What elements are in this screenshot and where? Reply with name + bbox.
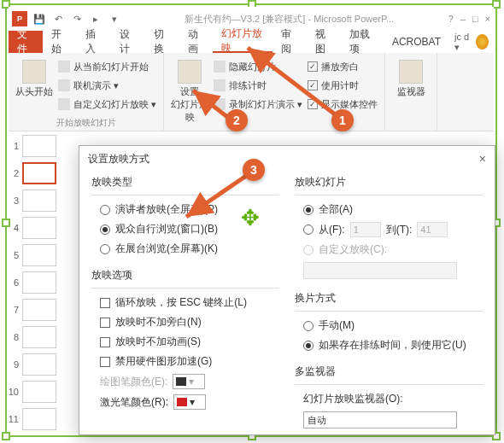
to-label: 到(T): [386, 223, 413, 237]
slide-thumb[interactable]: 2 [7, 162, 67, 184]
radio-from[interactable]: 从(F): [303, 223, 345, 237]
radio-browsed[interactable]: 观众自行浏览(窗口)(B) [100, 222, 276, 236]
custom-show-icon [58, 98, 70, 110]
dialog-close-button[interactable]: × [479, 152, 486, 166]
from-spinner[interactable]: 1 [350, 222, 381, 237]
fieldset-title: 多监视器 [295, 364, 483, 379]
check-nonarr[interactable]: 放映时不加旁白(N) [100, 315, 276, 329]
custom-show-button[interactable]: 自定义幻灯片放映 ▾ [58, 96, 156, 113]
laser-color-row: 激光笔颜色(R): ▾ [100, 394, 276, 410]
tab-acrobat[interactable]: ACROBAT [384, 31, 449, 53]
radio-timed[interactable]: 如果存在排练时间，则使用它(U) [303, 338, 479, 353]
tab-review[interactable]: 审阅 [273, 31, 307, 53]
tab-slideshow[interactable]: 幻灯片放映 [213, 31, 273, 53]
present-online-icon [58, 79, 70, 91]
multimonitor-group: 多监视器 幻灯片放映监视器(O): 自动 [295, 364, 483, 434]
slide-thumb[interactable]: 7 [7, 299, 67, 321]
tab-home[interactable]: 开始 [43, 31, 77, 53]
slide-thumb[interactable]: 3 [7, 189, 67, 212]
check-hwaccel[interactable]: 禁用硬件图形加速(G) [100, 354, 276, 369]
monitor-icon [399, 60, 423, 84]
monitor-button[interactable]: 监视器 [392, 56, 430, 127]
show-type-group: 放映类型 演讲者放映(全屏幕)(P) 观众自行浏览(窗口)(B) 在展台浏览(全… [91, 175, 279, 261]
check-noanim[interactable]: 放映时不加动画(S) [100, 335, 276, 349]
group-monitors: 监视器 [385, 53, 437, 131]
setup-show-dialog: 设置放映方式 × 放映类型 演讲者放映(全屏幕)(P) 观众自行浏览(窗口)(B… [79, 145, 495, 435]
minimize-button[interactable]: – [460, 14, 466, 24]
present-online-button[interactable]: 联机演示 ▾ [58, 77, 156, 94]
help-button[interactable]: ? [448, 14, 454, 24]
show-options-group: 放映选项 循环放映，按 ESC 键终止(L) 放映时不加旁白(N) 放映时不加动… [91, 268, 279, 415]
start-icon[interactable]: ▸ [89, 12, 103, 26]
multi-label: 幻灯片放映监视器(O): [303, 392, 479, 406]
slide-thumb[interactable]: 4 [7, 217, 67, 239]
slide-thumb[interactable]: 1 [7, 135, 67, 157]
dialog-titlebar: 设置放映方式 × [79, 146, 495, 172]
tab-view[interactable]: 视图 [307, 31, 341, 53]
tab-addins[interactable]: 加载项 [341, 31, 384, 53]
advance-group: 换片方式 手动(M) 如果存在排练时间，则使用它(U) [295, 291, 483, 358]
from-current-button[interactable]: 从当前幻灯片开始 [58, 58, 156, 75]
group-label [392, 127, 430, 129]
dialog-title: 设置放映方式 [88, 152, 149, 166]
tab-file[interactable]: 文件 [9, 31, 43, 53]
play-narration-check[interactable]: ✓播放旁白 [308, 58, 378, 75]
group-start-slideshow: 从头开始 从当前幻灯片开始 联机演示 ▾ 自定义幻灯片放映 ▾ 开始放映幻灯片 [9, 53, 164, 131]
radio-manual[interactable]: 手动(M) [303, 318, 479, 333]
slide-thumb[interactable]: 8 [7, 326, 67, 348]
from-beginning-icon [22, 60, 46, 84]
fieldset-title: 放映选项 [91, 268, 279, 283]
ribbon: 从头开始 从当前幻灯片开始 联机演示 ▾ 自定义幻灯片放映 ▾ 开始放映幻灯片 … [9, 53, 494, 131]
pen-color-row: 绘图笔颜色(E): ▾ [100, 374, 276, 389]
close-button[interactable]: × [485, 14, 490, 24]
badge-1: 1 [331, 109, 354, 131]
setup-slideshow-button[interactable]: 设置 幻灯片放映 [171, 56, 208, 127]
redo-icon[interactable]: ↷ [70, 12, 84, 26]
hide-slide-button[interactable]: 隐藏幻灯片 [214, 58, 302, 75]
radio-all[interactable]: 全部(A) [303, 202, 479, 217]
user-menu[interactable]: jc d ▾ [449, 31, 494, 53]
to-spinner[interactable]: 41 [417, 222, 448, 237]
undo-icon[interactable]: ↶ [51, 12, 65, 26]
tab-transitions[interactable]: 切换 [145, 31, 179, 53]
tab-insert[interactable]: 插入 [77, 31, 111, 53]
fieldset-title: 放映幻灯片 [295, 175, 483, 189]
tab-design[interactable]: 设计 [111, 31, 145, 53]
record-icon [214, 98, 226, 110]
radio-custom: 自定义放映(C): [303, 242, 479, 257]
from-current-icon [58, 61, 70, 73]
slide-thumb[interactable]: 9 [7, 353, 67, 376]
monitor-select[interactable]: 自动 [303, 411, 457, 428]
radio-presenter[interactable]: 演讲者放映(全屏幕)(P) [100, 202, 276, 217]
laser-color-picker[interactable]: ▾ [173, 394, 206, 410]
setup-icon [178, 60, 202, 84]
badge-2: 2 [226, 109, 248, 131]
slide-thumb[interactable]: 6 [7, 271, 67, 294]
pen-color-picker[interactable]: ▾ [173, 374, 205, 389]
check-loop[interactable]: 循环放映，按 ESC 键终止(L) [100, 295, 276, 310]
slide-panel: 1 2 3 4 5 6 7 8 9 10 11 [7, 135, 67, 435]
custom-show-select [303, 262, 457, 279]
group-label: 开始放映幻灯片 [15, 115, 156, 129]
ribbon-tabs: 文件 开始 插入 设计 切换 动画 幻灯片放映 审阅 视图 加载项 ACROBA… [9, 31, 494, 53]
slide-thumb[interactable]: 10 [7, 381, 67, 403]
fieldset-title: 换片方式 [295, 291, 483, 306]
qat-more-icon[interactable]: ▾ [108, 12, 121, 26]
slide-thumb[interactable]: 11 [7, 408, 67, 430]
hide-slide-icon [214, 61, 226, 73]
badge-3: 3 [243, 159, 265, 181]
rehearse-button[interactable]: 排练计时 [214, 77, 302, 94]
maximize-button[interactable]: □ [472, 14, 478, 24]
save-icon[interactable]: 💾 [32, 12, 46, 26]
use-timings-check[interactable]: ✓使用计时 [308, 77, 378, 94]
powerpoint-icon: P [12, 11, 27, 26]
avatar-icon [476, 34, 489, 50]
show-slides-group: 放映幻灯片 全部(A) 从(F): 1 到(T): 41 自定义放映(C): [295, 175, 483, 284]
quick-access-toolbar: 💾 ↶ ↷ ▸ ▾ [32, 12, 121, 26]
slide-thumb[interactable]: 5 [7, 244, 67, 266]
tab-animations[interactable]: 动画 [179, 31, 214, 53]
record-button[interactable]: 录制幻灯片演示 ▾ [214, 96, 302, 113]
radio-kiosk[interactable]: 在展台浏览(全屏幕)(K) [100, 242, 276, 256]
document-title: 新生代有约—V3.2 [兼容模式] - Microsoft PowerP... [130, 13, 448, 26]
from-beginning-button[interactable]: 从头开始 [15, 56, 53, 115]
